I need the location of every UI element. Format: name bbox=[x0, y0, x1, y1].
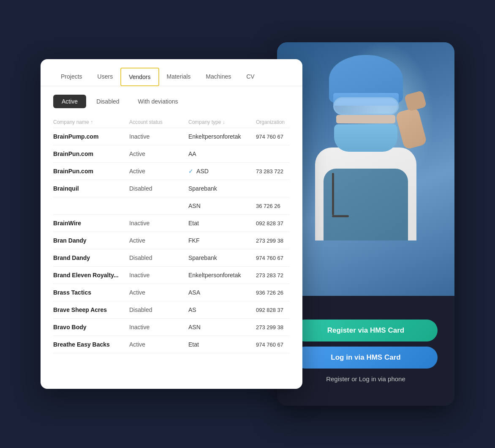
col-org: Organization bbox=[256, 119, 298, 125]
table-row[interactable]: BrainPun.com Active ✓ ASD 73 283 722 bbox=[53, 163, 290, 180]
check-icon: ✓ bbox=[188, 168, 193, 175]
filter-active[interactable]: Active bbox=[53, 95, 86, 108]
tab-users[interactable]: Users bbox=[90, 68, 121, 86]
org-number: 974 760 67 bbox=[256, 255, 298, 261]
company-type: Sparebank bbox=[188, 254, 256, 261]
company-type: Sparebank bbox=[188, 185, 256, 192]
table-row[interactable]: BrainPun.com Active AA bbox=[53, 145, 290, 163]
org-number: 974 760 67 bbox=[256, 134, 298, 140]
table-row[interactable]: Brave Sheep Acres Disabled AS 092 828 37 bbox=[53, 301, 290, 319]
company-type: ASA bbox=[188, 289, 256, 296]
company-type: FKF bbox=[188, 237, 256, 244]
filter-deviations[interactable]: With deviations bbox=[130, 95, 187, 108]
tab-machines[interactable]: Machines bbox=[198, 68, 239, 86]
account-status: Active bbox=[129, 289, 188, 296]
org-number: 36 726 26 bbox=[256, 203, 298, 209]
company-name: BrainPun.com bbox=[53, 150, 129, 157]
account-status: Inactive bbox=[129, 133, 188, 140]
table-row[interactable]: BrainPump.com Inactive Enkeltpersonforet… bbox=[53, 128, 290, 145]
account-status: Active bbox=[129, 150, 188, 157]
company-name: Bran Dandy bbox=[53, 237, 129, 244]
company-name: BrainPun.com bbox=[53, 168, 129, 175]
company-type: Enkeltpersonforetak bbox=[188, 133, 256, 140]
table-row[interactable]: Breathe Easy Backs Active Etat 974 760 6… bbox=[53, 336, 290, 353]
company-type: ASN bbox=[188, 324, 256, 331]
account-status: Disabled bbox=[129, 254, 188, 261]
tab-vendors[interactable]: Vendors bbox=[120, 68, 159, 86]
company-name: Brass Tactics bbox=[53, 289, 129, 296]
org-number: 73 283 722 bbox=[256, 168, 298, 175]
hms-card: Register via HMS Card Log in via HMS Car… bbox=[277, 42, 454, 406]
account-status: Inactive bbox=[129, 220, 188, 227]
table-row[interactable]: Brand Dandy Disabled Sparebank 974 760 6… bbox=[53, 249, 290, 267]
org-number: 092 828 37 bbox=[256, 307, 298, 313]
company-type: ASN bbox=[188, 202, 256, 209]
company-type: AS bbox=[188, 306, 256, 313]
tab-projects[interactable]: Projects bbox=[53, 68, 90, 86]
org-number: 273 299 38 bbox=[256, 324, 298, 331]
company-name: Brave Sheep Acres bbox=[53, 306, 129, 313]
company-name: Brand Dandy bbox=[53, 254, 129, 261]
table-row[interactable]: ASN 36 726 26 bbox=[53, 197, 290, 215]
account-status: Inactive bbox=[129, 272, 188, 279]
company-name: Brand Eleven Royalty... bbox=[53, 272, 129, 279]
company-name: Brainquil bbox=[53, 185, 129, 192]
account-status: Inactive bbox=[129, 324, 188, 331]
vendors-card: Projects Users Vendors Materials Machine… bbox=[41, 59, 302, 389]
col-status: Account status bbox=[129, 119, 188, 125]
tab-cv[interactable]: CV bbox=[239, 68, 262, 86]
org-number: 092 828 37 bbox=[256, 220, 298, 227]
table-row[interactable]: Bran Dandy Active FKF 273 299 38 bbox=[53, 232, 290, 249]
company-type: Enkeltpersonforetak bbox=[188, 272, 256, 279]
tab-bar: Projects Users Vendors Materials Machine… bbox=[41, 59, 302, 86]
account-status: Active bbox=[129, 341, 188, 348]
filter-disabled[interactable]: Disabled bbox=[88, 95, 128, 108]
table-row[interactable]: BrainWire Inactive Etat 092 828 37 bbox=[53, 215, 290, 232]
col-type[interactable]: Company type ↓ bbox=[188, 119, 256, 125]
hms-bottom-panel: Register via HMS Card Log in via HMS Car… bbox=[277, 296, 454, 406]
company-name: Bravo Body bbox=[53, 324, 129, 331]
company-type: Etat bbox=[188, 220, 256, 227]
hms-photo bbox=[277, 42, 454, 296]
login-hms-button[interactable]: Log in via HMS Card bbox=[294, 347, 438, 369]
table-row[interactable]: Brass Tactics Active ASA 936 726 26 bbox=[53, 284, 290, 301]
filter-bar: Active Disabled With deviations bbox=[41, 86, 302, 117]
register-hms-button[interactable]: Register via HMS Card bbox=[294, 320, 438, 341]
org-number: 936 726 26 bbox=[256, 290, 298, 296]
col-company[interactable]: Company name ↑ bbox=[53, 119, 129, 125]
account-status: Active bbox=[129, 237, 188, 244]
company-type: ✓ ASD bbox=[188, 168, 256, 175]
company-name: BrainWire bbox=[53, 220, 129, 227]
org-number: 974 760 67 bbox=[256, 341, 298, 348]
table-header: Company name ↑ Account status Company ty… bbox=[53, 117, 290, 128]
company-type: AA bbox=[188, 150, 256, 157]
account-status: Disabled bbox=[129, 185, 188, 192]
table-row[interactable]: Bravo Body Inactive ASN 273 299 38 bbox=[53, 319, 290, 336]
tab-materials[interactable]: Materials bbox=[159, 68, 199, 86]
account-status: Active bbox=[129, 168, 188, 175]
table-row[interactable]: Brainquil Disabled Sparebank bbox=[53, 180, 290, 197]
company-name: BrainPump.com bbox=[53, 133, 129, 140]
org-number: 273 283 72 bbox=[256, 272, 298, 279]
account-status: Disabled bbox=[129, 306, 188, 313]
table-row[interactable]: Brand Eleven Royalty... Inactive Enkeltp… bbox=[53, 267, 290, 284]
phone-link[interactable]: Register or Log in via phone bbox=[326, 374, 405, 382]
org-number: 273 299 38 bbox=[256, 238, 298, 244]
company-name: Breathe Easy Backs bbox=[53, 341, 129, 348]
vendor-table: Company name ↑ Account status Company ty… bbox=[41, 117, 302, 353]
company-type: Etat bbox=[188, 341, 256, 348]
